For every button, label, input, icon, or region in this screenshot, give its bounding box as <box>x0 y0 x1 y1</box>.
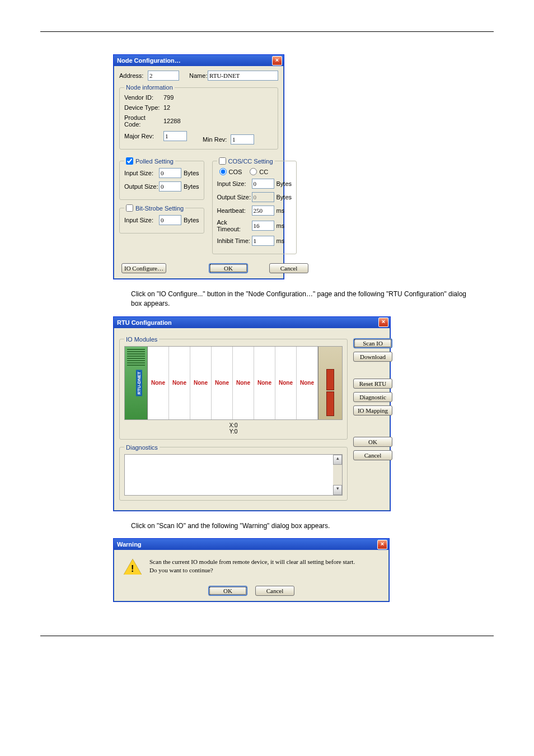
cos-label: COS <box>229 169 242 175</box>
ok-button[interactable]: OK <box>353 437 392 447</box>
io-slot[interactable]: None <box>148 347 169 419</box>
polled-legend: Polled Setting <box>135 158 174 165</box>
scrollbar[interactable]: ▴ ▾ <box>333 455 342 495</box>
titlebar[interactable]: Node Configuration… × <box>114 55 284 66</box>
cc-label: CC <box>259 169 268 175</box>
ms-unit: ms <box>277 222 285 229</box>
scan-io-button[interactable]: Scan IO <box>353 338 392 348</box>
io-modules-group: IO Modules RTU-DNET None None None None … <box>119 336 348 440</box>
diagnostics-textarea[interactable]: ▴ ▾ <box>124 454 343 496</box>
x-counter: X:0 <box>229 422 237 428</box>
io-slot[interactable]: None <box>212 347 233 419</box>
device-type-value: 12 <box>163 104 170 111</box>
io-slot-row: RTU-DNET None None None None None None N… <box>124 346 343 420</box>
warning-line2: Do you want to continue? <box>149 566 355 574</box>
name-input[interactable] <box>208 71 278 81</box>
product-code-label: Product Code: <box>124 114 163 128</box>
polled-input-label: Input Size: <box>124 170 159 176</box>
ok-button[interactable]: OK <box>209 263 248 273</box>
inhibit-time-label: Inhibit Time: <box>217 237 252 244</box>
diagnostics-group: Diagnostics ▴ ▾ <box>119 444 348 501</box>
polled-checkbox[interactable] <box>126 157 133 165</box>
heartbeat-label: Heartbeat: <box>217 207 252 214</box>
ms-unit: ms <box>277 237 285 244</box>
heartbeat-input[interactable] <box>252 206 274 216</box>
major-rev-label: Major Rev: <box>124 133 163 139</box>
cos-radio[interactable] <box>219 168 227 175</box>
warning-line1: Scan the current IO module from remote d… <box>149 558 355 566</box>
io-mapping-button[interactable]: IO Mapping <box>353 405 392 416</box>
node-info-legend: Node information <box>124 84 175 91</box>
bitstrobe-setting-group: Bit-Strobe Setting Input Size:Bytes <box>119 204 204 234</box>
polled-output-size[interactable] <box>159 181 181 192</box>
ack-timeout-label: Ack Timeout: <box>217 219 252 232</box>
close-icon[interactable]: × <box>378 318 388 327</box>
address-label: Address: <box>119 72 148 79</box>
io-modules-legend: IO Modules <box>124 336 159 343</box>
ok-button[interactable]: OK <box>208 586 247 596</box>
coscc-setting-group: COS/CC Setting COS CC Input Size:Bytes O… <box>212 157 297 254</box>
coscc-checkbox[interactable] <box>219 157 226 165</box>
window-title: RTU Configuration <box>117 319 378 326</box>
min-rev-input[interactable] <box>231 134 254 144</box>
scroll-down-icon[interactable]: ▾ <box>333 485 342 495</box>
bytes-unit: Bytes <box>277 194 292 200</box>
io-slot[interactable]: None <box>169 347 190 419</box>
rtu-device-label: RTU-DNET <box>136 370 142 396</box>
coscc-legend: COS/CC Setting <box>228 158 273 165</box>
io-slot[interactable]: None <box>275 347 297 419</box>
bitstrobe-checkbox[interactable] <box>126 204 133 212</box>
bytes-unit: Bytes <box>184 170 199 176</box>
product-code-value: 12288 <box>163 118 181 124</box>
close-icon[interactable]: × <box>272 56 282 66</box>
major-rev-input[interactable] <box>163 131 187 141</box>
diagnostic-button[interactable]: Diagnostic <box>353 392 392 402</box>
bytes-unit: Bytes <box>184 217 199 223</box>
titlebar[interactable]: RTU Configuration × <box>114 317 390 328</box>
io-slot[interactable]: None <box>190 347 212 419</box>
y-counter: Y:0 <box>229 428 237 435</box>
scroll-up-icon[interactable]: ▴ <box>333 455 342 465</box>
download-button[interactable]: Download <box>353 352 392 362</box>
diagnostics-legend: Diagnostics <box>124 444 160 451</box>
cancel-button[interactable]: Cancel <box>269 263 308 273</box>
coscc-input-label: Input Size: <box>217 180 252 187</box>
bitstrobe-input-label: Input Size: <box>124 217 159 223</box>
node-info-group: Node information Vendor ID:799 Device Ty… <box>119 84 278 150</box>
node-configuration-window: Node Configuration… × Address: Name: Nod… <box>113 54 284 279</box>
window-title: Warning <box>117 541 377 548</box>
rtu-configuration-window: RTU Configuration × IO Modules RTU-DNET … <box>113 316 391 511</box>
io-slot[interactable]: None <box>297 347 318 419</box>
cancel-button[interactable]: Cancel <box>353 450 392 460</box>
io-configure-button[interactable]: IO Configure… <box>121 263 166 273</box>
warning-icon <box>124 558 142 576</box>
io-slot[interactable]: None <box>254 347 275 419</box>
end-module-icon[interactable] <box>318 347 342 419</box>
inhibit-time-input[interactable] <box>252 236 274 246</box>
vendor-id-label: Vendor ID: <box>124 94 163 101</box>
cancel-button[interactable]: Cancel <box>255 586 294 596</box>
paragraph-2: Click on "Scan IO" and the following "Wa… <box>131 521 478 531</box>
coscc-input-size[interactable] <box>252 179 274 189</box>
bitstrobe-input-size[interactable] <box>159 215 181 225</box>
bitstrobe-legend: Bit-Strobe Setting <box>135 205 184 212</box>
cc-radio[interactable] <box>250 168 257 175</box>
bytes-unit: Bytes <box>184 183 199 190</box>
close-icon[interactable]: × <box>377 540 387 549</box>
polled-output-label: Output Size: <box>124 183 159 190</box>
io-slot[interactable]: None <box>233 347 254 419</box>
rtu-device-icon[interactable]: RTU-DNET <box>125 347 148 419</box>
address-input[interactable] <box>148 71 179 81</box>
coscc-output-size <box>252 192 274 202</box>
polled-input-size[interactable] <box>159 168 181 178</box>
window-title: Node Configuration… <box>117 57 272 64</box>
polled-setting-group: Polled Setting Input Size:Bytes Output S… <box>119 157 204 200</box>
reset-rtu-button[interactable]: Reset RTU <box>353 379 392 389</box>
warning-dialog: Warning × Scan the current IO module fro… <box>113 538 390 602</box>
paragraph-1: Click on "IO Configure..." button in the… <box>131 290 478 309</box>
ack-timeout-input[interactable] <box>252 221 274 231</box>
titlebar[interactable]: Warning × <box>114 539 389 550</box>
coscc-output-label: Output Size: <box>217 194 252 200</box>
ms-unit: ms <box>277 207 285 214</box>
device-type-label: Device Type: <box>124 104 163 111</box>
